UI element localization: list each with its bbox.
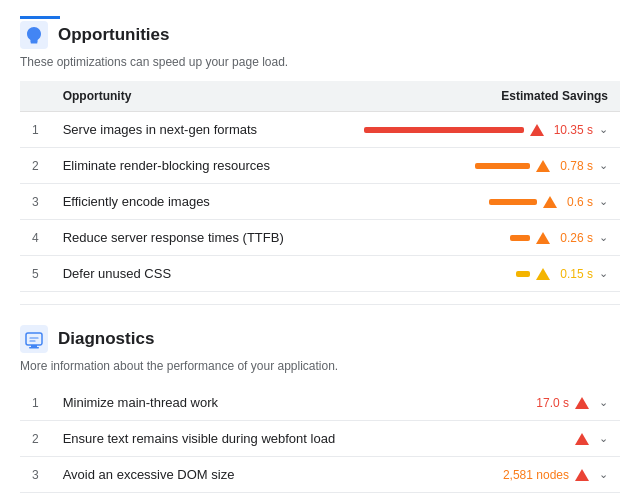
diagnostics-subtitle: More information about the performance o… [20,359,620,373]
table-row[interactable]: 1 Minimize main-thread work 17.0 s ⌄ [20,385,620,421]
table-row[interactable]: 4 Reduce server response times (TTFB) 0.… [20,220,620,256]
diagnostics-title: Diagnostics [58,329,154,349]
row-savings: 9.5 s ⌄ [400,493,621,501]
expand-chevron[interactable]: ⌄ [599,396,608,409]
row-number: 2 [20,148,51,184]
warn-icon-red [575,433,589,445]
table-row[interactable]: 2 Ensure text remains visible during web… [20,421,620,457]
svg-rect-5 [29,347,39,349]
row-number: 5 [20,256,51,292]
row-number: 4 [20,220,51,256]
svg-rect-2 [20,325,48,353]
expand-chevron[interactable]: ⌄ [599,123,608,136]
row-label: Efficiently encode images [51,184,323,220]
savings-value: 0.6 s [567,195,593,209]
row-savings: 0.6 s ⌄ [322,184,620,220]
row-number: 2 [20,421,51,457]
opportunities-header: Opportunities [20,21,620,49]
warn-icon-orange [536,232,550,244]
expand-chevron[interactable]: ⌄ [599,195,608,208]
row-label: Eliminate render-blocking resources [51,148,323,184]
row-label: Reduce JavaScript execution time [51,493,400,501]
row-savings: 0.78 s ⌄ [322,148,620,184]
warn-icon-orange [536,160,550,172]
svg-rect-4 [31,345,37,347]
row-savings: 10.35 s ⌄ [322,112,620,148]
row-label: Ensure text remains visible during webfo… [51,421,400,457]
row-label: Serve images in next-gen formats [51,112,323,148]
row-label: Avoid an excessive DOM size [51,457,400,493]
warn-icon-yellow [536,268,550,280]
row-number: 3 [20,184,51,220]
expand-chevron[interactable]: ⌄ [599,432,608,445]
savings-value: 2,581 nodes [503,468,569,482]
row-savings: 0.15 s ⌄ [322,256,620,292]
table-row[interactable]: 2 Eliminate render-blocking resources 0.… [20,148,620,184]
warn-icon-orange [543,196,557,208]
row-number: 1 [20,112,51,148]
warn-icon-red [575,397,589,409]
row-savings: 2,581 nodes ⌄ [400,457,621,493]
diagnostics-section: Diagnostics More information about the p… [0,309,640,500]
savings-value: 0.26 s [560,231,593,245]
savings-value: 10.35 s [554,123,593,137]
table-header-row: Opportunity Estimated Savings [20,81,620,112]
table-row[interactable]: 1 Serve images in next-gen formats 10.35… [20,112,620,148]
savings-bar [475,163,530,169]
savings-bar [516,271,530,277]
savings-value: 0.78 s [560,159,593,173]
svg-rect-1 [31,42,38,44]
savings-bar [489,199,537,205]
top-accent-border [20,16,60,19]
opportunities-icon [20,21,48,49]
col-savings-header: Estimated Savings [322,81,620,112]
row-number: 1 [20,385,51,421]
opportunities-title: Opportunities [58,25,169,45]
row-savings: 17.0 s ⌄ [400,385,621,421]
savings-value: 17.0 s [536,396,569,410]
warn-icon-red [530,124,544,136]
diagnostics-table: 1 Minimize main-thread work 17.0 s ⌄ 2 E… [20,385,620,500]
savings-value: 0.15 s [560,267,593,281]
expand-chevron[interactable]: ⌄ [599,468,608,481]
savings-bar [364,127,524,133]
expand-chevron[interactable]: ⌄ [599,231,608,244]
row-savings: ⌄ [400,421,621,457]
diagnostics-icon [20,325,48,353]
diagnostics-header: Diagnostics [20,325,620,353]
col-opportunity-header: Opportunity [51,81,323,112]
col-num-header [20,81,51,112]
row-savings: 0.26 s ⌄ [322,220,620,256]
row-label: Defer unused CSS [51,256,323,292]
table-row[interactable]: 5 Defer unused CSS 0.15 s ⌄ [20,256,620,292]
row-label: Reduce server response times (TTFB) [51,220,323,256]
table-row[interactable]: 3 Efficiently encode images 0.6 s ⌄ [20,184,620,220]
savings-bar [510,235,530,241]
table-row[interactable]: 3 Avoid an excessive DOM size 2,581 node… [20,457,620,493]
opportunities-table: Opportunity Estimated Savings 1 Serve im… [20,81,620,292]
expand-chevron[interactable]: ⌄ [599,159,608,172]
row-label: Minimize main-thread work [51,385,400,421]
opportunities-section: Opportunities These optimizations can sp… [0,0,640,300]
row-number: 4 [20,493,51,501]
row-number: 3 [20,457,51,493]
table-row[interactable]: 4 Reduce JavaScript execution time 9.5 s… [20,493,620,501]
expand-chevron[interactable]: ⌄ [599,267,608,280]
opportunities-subtitle: These optimizations can speed up your pa… [20,55,620,69]
section-divider [20,304,620,305]
warn-icon-red [575,469,589,481]
